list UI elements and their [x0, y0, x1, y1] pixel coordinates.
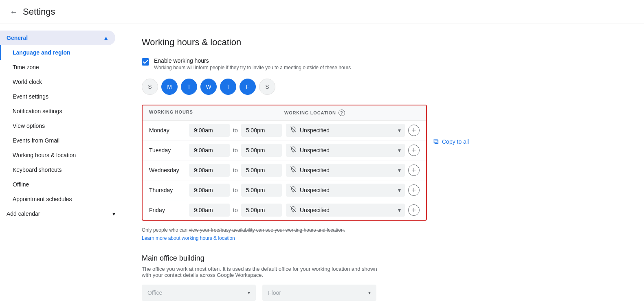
location-column-header: WORKING LOCATION ?: [284, 110, 420, 116]
copy-all-wrapper: ⧉ Copy to all: [433, 105, 469, 146]
add-calendar-chevron: ▾: [112, 211, 115, 217]
start-time-2[interactable]: 9:00am: [189, 164, 230, 177]
location-wrapper-1: Unspecified ▾: [286, 144, 405, 157]
location-icon-0: [290, 126, 297, 134]
end-time-0[interactable]: 5:00pm: [241, 124, 282, 137]
table-rows: Monday 9:00am to 5:00pm: [143, 121, 426, 220]
location-wrapper-4: Unspecified ▾: [286, 204, 405, 217]
location-select-2[interactable]: Unspecified: [300, 167, 395, 173]
end-time-3[interactable]: 5:00pm: [241, 184, 282, 197]
sidebar-item-events-gmail[interactable]: Events from Gmail: [0, 133, 122, 148]
day-tuesday[interactable]: T: [181, 79, 197, 95]
day-label-4: Friday: [149, 207, 186, 213]
sidebar-item-event-settings[interactable]: Event settings: [0, 89, 122, 104]
sidebar-general-chevron: ▲: [103, 35, 109, 41]
day-label-1: Tuesday: [149, 147, 186, 154]
info-text: Only people who can view your free/busy …: [142, 227, 624, 233]
end-time-4[interactable]: 5:00pm: [241, 204, 282, 217]
office-select[interactable]: Office ▾: [142, 285, 256, 301]
day-friday[interactable]: F: [240, 79, 256, 95]
location-section-3: Unspecified ▾ +: [286, 184, 420, 197]
enable-working-hours-row: Enable working hours Working hours will …: [142, 57, 624, 70]
location-dropdown-arrow-4: ▾: [398, 207, 401, 213]
sidebar-item-keyboard-shortcuts[interactable]: Keyboard shortcuts: [0, 162, 122, 177]
sidebar: General ▲ Language and region Time zone …: [0, 24, 122, 307]
floor-select[interactable]: Floor ▾: [262, 285, 376, 301]
location-section-0: Unspecified ▾ +: [286, 124, 420, 137]
learn-more-link[interactable]: Learn more about working hours & locatio…: [142, 235, 235, 241]
layout: General ▲ Language and region Time zone …: [0, 24, 644, 307]
add-location-button-1[interactable]: +: [408, 145, 420, 156]
add-location-button-2[interactable]: +: [408, 164, 420, 176]
start-time-4[interactable]: 9:00am: [189, 204, 230, 217]
copy-all-button[interactable]: ⧉ Copy to all: [433, 137, 469, 146]
table-row: Tuesday 9:00am to 5:00pm: [143, 140, 426, 160]
start-time-3[interactable]: 9:00am: [189, 184, 230, 197]
sidebar-item-working-hours[interactable]: Working hours & location: [0, 148, 122, 162]
back-button[interactable]: ←: [10, 7, 18, 17]
location-section-4: Unspecified ▾ +: [286, 204, 420, 217]
section-title: Working hours & location: [142, 37, 624, 48]
table-row: Thursday 9:00am to 5:00pm: [143, 180, 426, 200]
office-row: Office ▾ Floor ▾: [142, 285, 624, 301]
days-selector: S M T W T F S: [142, 79, 624, 95]
table-row: Wednesday 9:00am to 5:00pm: [143, 160, 426, 180]
end-time-2[interactable]: 5:00pm: [241, 164, 282, 177]
table-row: Monday 9:00am to 5:00pm: [143, 121, 426, 140]
day-monday[interactable]: M: [161, 79, 178, 95]
location-dropdown-arrow-1: ▾: [398, 147, 401, 154]
add-location-button-0[interactable]: +: [408, 125, 420, 136]
sidebar-item-language-region[interactable]: Language and region: [0, 45, 122, 60]
location-section-1: Unspecified ▾ +: [286, 144, 420, 157]
sidebar-item-world-clock[interactable]: World clock: [0, 75, 122, 89]
hours-section-4: Friday 9:00am to 5:00pm: [149, 204, 283, 217]
sidebar-item-offline[interactable]: Offline: [0, 177, 122, 192]
to-label-3: to: [233, 187, 238, 193]
floor-placeholder: Floor: [268, 289, 281, 296]
sidebar-item-appointment-schedules[interactable]: Appointment schedules: [0, 192, 122, 206]
day-wednesday[interactable]: W: [200, 79, 217, 95]
enable-checkbox[interactable]: [142, 58, 149, 66]
office-chevron: ▾: [248, 290, 250, 296]
copy-all-label: Copy to all: [442, 138, 469, 145]
hours-column-header: WORKING HOURS: [149, 110, 284, 116]
location-icon-4: [290, 206, 297, 214]
location-select-0[interactable]: Unspecified: [300, 127, 395, 134]
to-label-0: to: [233, 127, 238, 134]
location-wrapper-3: Unspecified ▾: [286, 184, 405, 197]
help-icon[interactable]: ?: [338, 110, 345, 116]
floor-chevron: ▾: [368, 290, 371, 296]
main-office-sub: The office you work at most often. It is…: [142, 266, 386, 278]
location-select-4[interactable]: Unspecified: [300, 207, 395, 213]
copy-icon: ⧉: [433, 137, 439, 146]
location-section-2: Unspecified ▾ +: [286, 164, 420, 177]
enable-text: Enable working hours Working hours will …: [154, 57, 351, 70]
add-location-button-3[interactable]: +: [408, 184, 420, 196]
sidebar-item-view-options[interactable]: View options: [0, 118, 122, 133]
sidebar-item-time-zone[interactable]: Time zone: [0, 60, 122, 75]
day-sunday[interactable]: S: [142, 79, 158, 95]
hours-section-1: Tuesday 9:00am to 5:00pm: [149, 144, 283, 157]
page-title: Settings: [23, 7, 55, 17]
location-select-1[interactable]: Unspecified: [300, 147, 395, 154]
day-label-2: Wednesday: [149, 167, 186, 173]
sidebar-general-section[interactable]: General ▲: [0, 31, 115, 45]
location-dropdown-arrow-0: ▾: [398, 127, 401, 134]
end-time-1[interactable]: 5:00pm: [241, 144, 282, 157]
sidebar-add-calendar[interactable]: Add calendar ▾: [0, 206, 122, 221]
sidebar-item-notification-settings[interactable]: Notification settings: [0, 104, 122, 118]
day-thursday[interactable]: T: [220, 79, 236, 95]
location-icon-3: [290, 186, 297, 194]
start-time-1[interactable]: 9:00am: [189, 144, 230, 157]
day-saturday[interactable]: S: [259, 79, 275, 95]
location-select-3[interactable]: Unspecified: [300, 187, 395, 193]
start-time-0[interactable]: 9:00am: [189, 124, 230, 137]
hours-section-0: Monday 9:00am to 5:00pm: [149, 124, 283, 137]
to-label-1: to: [233, 147, 238, 154]
to-label-4: to: [233, 207, 238, 213]
office-placeholder: Office: [147, 289, 162, 296]
location-wrapper-2: Unspecified ▾: [286, 164, 405, 177]
add-location-button-4[interactable]: +: [408, 204, 420, 216]
table-row: Friday 9:00am to 5:00pm: [143, 200, 426, 220]
enable-label: Enable working hours: [154, 57, 351, 64]
